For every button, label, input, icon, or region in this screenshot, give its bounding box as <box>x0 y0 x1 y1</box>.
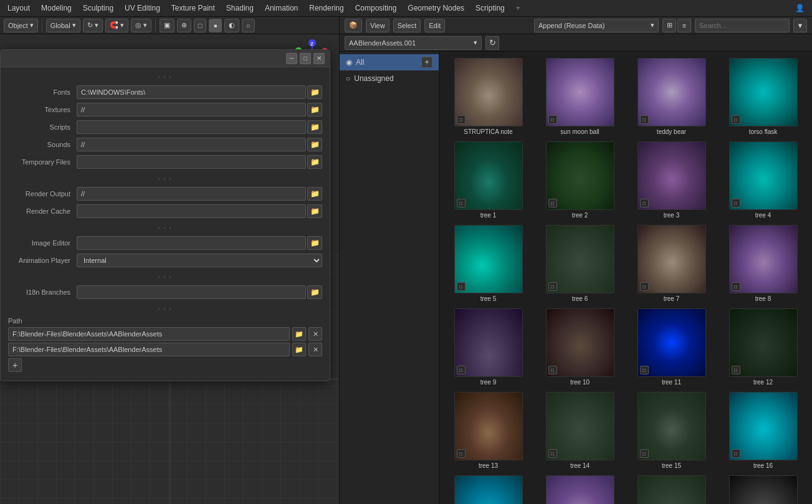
list-item[interactable]: □ tree 8 <box>719 224 807 303</box>
section-dots-3: • • • <box>1 223 330 232</box>
dialog-maximize[interactable]: □ <box>300 53 311 64</box>
list-item[interactable]: □ teddy bear <box>628 57 715 136</box>
snap-btn[interactable]: 🧲 ▾ <box>105 19 128 32</box>
dialog-close[interactable]: ✕ <box>313 53 325 64</box>
menu-animation[interactable]: Animation <box>260 2 303 14</box>
image-editor-folder-btn[interactable]: 📁 <box>307 236 322 250</box>
category-all[interactable]: ◉ All + <box>340 54 439 70</box>
separator-1 <box>42 19 42 32</box>
filter-btn[interactable]: ▼ <box>793 19 807 32</box>
list-item[interactable]: □ tree 3 <box>628 140 715 220</box>
list-item[interactable]: □ tree 10 <box>536 307 624 387</box>
textures-folder-btn[interactable]: 📁 <box>307 103 322 116</box>
sounds-input[interactable] <box>77 138 306 151</box>
fonts-input[interactable] <box>77 85 306 99</box>
select-btn[interactable]: Select <box>393 19 421 32</box>
shading-material[interactable]: ◐ <box>224 19 239 32</box>
refresh-btn[interactable]: ↻ <box>485 36 499 50</box>
edit-btn[interactable]: Edit <box>424 19 445 32</box>
menu-geometry-nodes[interactable]: Geometry Nodes <box>403 2 469 14</box>
temp-files-input[interactable] <box>77 155 306 169</box>
temp-files-folder-btn[interactable]: 📁 <box>307 155 322 169</box>
dialog-minimize[interactable]: ─ <box>286 53 297 64</box>
list-item[interactable]: □ tree 14 <box>536 391 624 470</box>
render-output-label: Render Output <box>8 190 77 197</box>
transform-dropdown[interactable]: Global ▾ <box>46 19 80 32</box>
overlay-btn[interactable]: ⊕ <box>177 19 191 32</box>
scripts-input[interactable] <box>77 120 306 134</box>
list-item[interactable]: □ tree 2 <box>536 140 624 220</box>
list-item[interactable]: □ tree 13 <box>444 391 532 470</box>
path-remove-btn-2[interactable]: ✕ <box>308 343 322 356</box>
shading-solid[interactable]: ● <box>209 19 222 32</box>
asset-browser-icon[interactable]: 📦 <box>345 19 362 32</box>
path-remove-btn-1[interactable]: ✕ <box>308 327 322 341</box>
list-item[interactable]: □ tree 7 <box>628 224 715 303</box>
list-item[interactable]: □ tree 9 <box>444 307 532 387</box>
asset-search-input[interactable] <box>695 19 790 32</box>
grid-view-btn[interactable]: ⊞ <box>662 19 676 32</box>
path-row-2: 📁 ✕ <box>8 343 322 356</box>
menu-shading[interactable]: Shading <box>221 2 259 14</box>
asset-indicator: □ <box>457 366 466 374</box>
pivot-btn[interactable]: ↻ ▾ <box>83 19 103 32</box>
add-path-btn[interactable]: + <box>8 358 22 372</box>
list-item[interactable]: □ tree 1 <box>444 140 532 220</box>
category-unassigned[interactable]: ○ Unassigned <box>340 70 439 87</box>
menu-compositing[interactable]: Compositing <box>350 2 402 14</box>
render-cache-input[interactable] <box>77 204 306 218</box>
path-folder-btn-2[interactable]: 📁 <box>292 343 306 356</box>
fonts-folder-btn[interactable]: 📁 <box>307 85 322 99</box>
fonts-row: Fonts 📁 <box>8 84 322 100</box>
list-item[interactable]: □ tree 20 <box>719 474 807 504</box>
path-folder-btn-1[interactable]: 📁 <box>292 327 306 341</box>
library-dropdown[interactable]: AABlenderAssets.001 ▾ <box>345 36 482 50</box>
menu-uv-editing[interactable]: UV Editing <box>120 2 165 14</box>
menu-texture-paint[interactable]: Texture Paint <box>166 2 220 14</box>
menu-sculpting[interactable]: Sculpting <box>78 2 118 14</box>
asset-label: tree 4 <box>755 212 771 219</box>
path-input-1[interactable] <box>8 327 290 341</box>
scripts-folder-btn[interactable]: 📁 <box>307 120 322 134</box>
render-output-input[interactable] <box>77 187 306 201</box>
list-item[interactable]: □ tree 19 <box>628 474 715 504</box>
list-item[interactable]: □ tree 12 <box>719 307 807 387</box>
proportional-btn[interactable]: ◎ ▾ <box>131 19 151 32</box>
i18n-folder-btn[interactable]: 📁 <box>307 285 322 299</box>
svg-text:Z: Z <box>310 41 313 47</box>
list-item[interactable]: □ tree 16 <box>719 391 807 470</box>
menu-scripting[interactable]: Scripting <box>470 2 510 14</box>
view-btn[interactable]: View <box>366 19 389 32</box>
render-cache-folder-btn[interactable]: 📁 <box>307 204 322 218</box>
menu-rendering[interactable]: Rendering <box>304 2 348 14</box>
textures-input[interactable] <box>77 103 306 116</box>
category-add-btn[interactable]: + <box>421 57 432 68</box>
list-view-btn[interactable]: ≡ <box>677 19 691 32</box>
shading-rendered[interactable]: ○ <box>242 19 255 32</box>
list-item[interactable]: □ tree 4 <box>719 140 807 220</box>
textures-label: Textures <box>8 106 77 113</box>
menu-modeling[interactable]: Modeling <box>36 2 77 14</box>
list-item[interactable]: □ STRUPTICA note <box>444 57 532 136</box>
list-item[interactable]: □ sun moon ball <box>536 57 624 136</box>
list-item[interactable]: □ tree 17 <box>444 474 532 504</box>
i18n-input[interactable] <box>77 285 306 299</box>
mode-dropdown[interactable]: Object ▾ <box>4 19 38 32</box>
menu-user-icon[interactable]: 👤 <box>790 2 810 14</box>
list-item[interactable]: □ torso flask <box>719 57 807 136</box>
sounds-folder-btn[interactable]: 📁 <box>307 138 322 151</box>
path-input-2[interactable] <box>8 343 290 356</box>
list-item[interactable]: □ tree 6 <box>536 224 624 303</box>
append-dropdown[interactable]: Append (Reuse Data) ▾ <box>534 19 659 32</box>
list-item[interactable]: □ tree 18 <box>536 474 624 504</box>
menu-layout[interactable]: Layout <box>2 2 35 14</box>
image-editor-input[interactable] <box>77 236 306 250</box>
list-item[interactable]: □ tree 11 <box>628 307 715 387</box>
list-item[interactable]: □ tree 5 <box>444 224 532 303</box>
list-item[interactable]: □ tree 15 <box>628 391 715 470</box>
menu-add-workspace[interactable]: + <box>511 2 525 14</box>
render-mode-btn[interactable]: ▣ <box>160 19 174 32</box>
xray-btn[interactable]: □ <box>194 19 207 32</box>
render-output-folder-btn[interactable]: 📁 <box>307 187 322 201</box>
animation-player-select[interactable]: Internal <box>77 254 322 267</box>
